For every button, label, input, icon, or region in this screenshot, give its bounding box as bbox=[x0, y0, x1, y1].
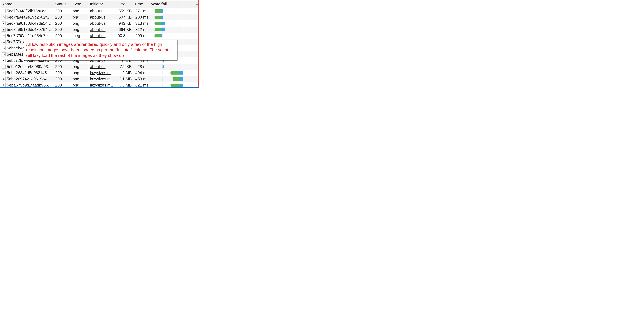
waterfall-bar[interactable] bbox=[154, 22, 165, 25]
waterfall-queue-segment bbox=[154, 16, 155, 18]
file-name-text: 5ec7fa948f5db75b6da76c4… bbox=[7, 9, 52, 13]
waterfall-timeline-marker bbox=[162, 33, 163, 38]
cell-name[interactable]: ♣5ec7fa96130dc49de54380… bbox=[0, 20, 54, 26]
cell-name[interactable]: ▭5ec7f790ad11d954e7e87af… bbox=[0, 33, 54, 39]
table-row[interactable]: ▭5ec7f790ad11d954e7e87af…200jpegabout-us… bbox=[0, 33, 199, 39]
file-name-text: 5ebaf8e16 bbox=[7, 52, 26, 57]
table-row[interactable]: ♣5eba575b9d2faadb95624fb…200pnglazysizes… bbox=[0, 82, 199, 88]
cell-name[interactable]: ◎5eba2697421e9619c4cdd6… bbox=[0, 76, 54, 82]
initiator-link[interactable]: lazysizes.min… bbox=[90, 83, 116, 87]
cell-pad bbox=[183, 14, 199, 20]
col-header-time[interactable]: Time bbox=[133, 0, 150, 8]
cell-pad bbox=[183, 76, 199, 82]
cell-initiator[interactable]: about-us bbox=[88, 8, 116, 14]
waterfall-bar[interactable] bbox=[170, 83, 183, 87]
cell-time: 621 ms bbox=[133, 82, 150, 88]
waterfall-waiting-segment bbox=[155, 28, 161, 31]
cell-pad bbox=[183, 57, 199, 64]
table-row[interactable]: ✳5eba26341d5d0621457eb1…200pnglazysizes.… bbox=[0, 70, 199, 76]
waterfall-download-segment bbox=[164, 65, 164, 68]
initiator-link[interactable]: about-us bbox=[90, 27, 106, 32]
cell-name[interactable]: ♣5eba575b9d2faadb95624fb… bbox=[0, 82, 54, 88]
cell-type: png bbox=[71, 76, 88, 82]
cell-waterfall bbox=[150, 33, 183, 39]
cell-name[interactable]: ◎5ec7fa94a9e19b2602fb6c5… bbox=[0, 14, 54, 20]
initiator-link[interactable]: lazysizes.min… bbox=[90, 70, 116, 75]
cell-name[interactable]: ◉5ec7fa95130dc439764380… bbox=[0, 26, 54, 33]
file-thumb-icon: ♣ bbox=[2, 21, 6, 25]
waterfall-waiting-segment bbox=[155, 34, 161, 37]
table-row[interactable]: ♣5ec7fa96130dc49de54380…200pngabout-us94… bbox=[0, 20, 199, 26]
cell-initiator[interactable]: about-us bbox=[88, 26, 116, 33]
cell-time: 312 ms bbox=[133, 26, 150, 33]
waterfall-bar[interactable] bbox=[162, 65, 164, 68]
waterfall-queue-segment bbox=[154, 22, 155, 24]
cell-initiator[interactable]: about-us bbox=[88, 14, 116, 20]
cell-size: 664 KB bbox=[116, 26, 133, 33]
cell-waterfall bbox=[150, 64, 183, 70]
waterfall-bar[interactable] bbox=[172, 77, 183, 81]
file-thumb-icon: ◉ bbox=[2, 28, 6, 31]
waterfall-bar[interactable] bbox=[154, 28, 165, 31]
waterfall-timeline-marker bbox=[162, 70, 163, 75]
file-name-text: 5eba575b9d2faadb95624fb… bbox=[7, 83, 52, 87]
cell-initiator[interactable]: about-us bbox=[88, 33, 116, 39]
waterfall-bar[interactable] bbox=[154, 15, 163, 19]
col-header-type[interactable]: Type bbox=[71, 0, 88, 8]
file-name-text: 5ec7fa96130dc49de54380… bbox=[7, 21, 52, 26]
cell-time: 494 ms bbox=[133, 70, 150, 76]
waterfall-bar[interactable] bbox=[154, 34, 162, 37]
cell-type: png bbox=[71, 14, 88, 20]
file-thumb-icon: ▭ bbox=[2, 34, 6, 38]
waterfall-bar[interactable] bbox=[170, 71, 183, 74]
cell-name[interactable]: ✳5ec7fa948f5db75b6da76c4… bbox=[0, 8, 54, 14]
cell-time: 283 ms bbox=[133, 14, 150, 20]
cell-status: 200 bbox=[54, 8, 71, 14]
col-header-size[interactable]: Size bbox=[116, 0, 133, 8]
initiator-link[interactable]: about-us bbox=[90, 21, 106, 26]
selection-edge-right bbox=[198, 0, 199, 87]
cell-size: 90.8 KB bbox=[116, 33, 133, 39]
cell-type: png bbox=[71, 64, 88, 70]
initiator-link[interactable]: about-us bbox=[90, 9, 106, 13]
cell-pad bbox=[183, 70, 199, 76]
initiator-link[interactable]: about-us bbox=[90, 33, 106, 38]
cell-type: png bbox=[71, 8, 88, 14]
table-row[interactable]: ◎5eba2697421e9619c4cdd6…200pnglazysizes.… bbox=[0, 76, 199, 82]
cell-initiator[interactable]: lazysizes.min… bbox=[88, 82, 116, 88]
cell-name[interactable]: –5ebb12dd4a48f980a93282… bbox=[0, 64, 54, 70]
file-thumb-icon: ▭ bbox=[2, 40, 6, 44]
cell-type: png bbox=[71, 26, 88, 33]
cell-initiator[interactable]: about-us bbox=[88, 64, 116, 70]
col-header-status[interactable]: Status bbox=[54, 0, 71, 8]
cell-initiator[interactable]: lazysizes.min… bbox=[88, 70, 116, 76]
file-thumb-icon: ✳ bbox=[2, 9, 6, 13]
cell-waterfall bbox=[150, 14, 183, 20]
cell-name[interactable]: ✳5eba26341d5d0621457eb1… bbox=[0, 70, 54, 76]
cell-pad bbox=[183, 51, 199, 57]
initiator-link[interactable]: about-us bbox=[90, 64, 106, 69]
waterfall-download-segment bbox=[161, 34, 162, 37]
cell-pad bbox=[183, 64, 199, 70]
table-row[interactable]: ✳5ec7fa948f5db75b6da76c4…200pngabout-us5… bbox=[0, 8, 199, 14]
initiator-link[interactable]: lazysizes.min… bbox=[90, 77, 116, 81]
cell-initiator[interactable]: about-us bbox=[88, 20, 116, 26]
file-thumb-icon: – bbox=[2, 65, 6, 69]
col-header-initiator[interactable]: Initiator bbox=[88, 0, 116, 8]
annotation-box: All low resolution images are rendered q… bbox=[24, 40, 178, 60]
waterfall-bar[interactable] bbox=[154, 9, 163, 13]
col-header-waterfall[interactable]: Waterfall bbox=[150, 0, 183, 8]
table-row[interactable]: ◎5ec7fa94a9e19b2602fb6c5…200pngabout-us5… bbox=[0, 14, 199, 20]
cell-initiator[interactable]: lazysizes.min… bbox=[88, 76, 116, 82]
cell-status: 200 bbox=[54, 33, 71, 39]
cell-type: jpeg bbox=[71, 33, 88, 39]
cell-time: 271 ms bbox=[133, 8, 150, 14]
table-row[interactable]: ◉5ec7fa95130dc439764380…200pngabout-us66… bbox=[0, 26, 199, 33]
initiator-link[interactable]: about-us bbox=[90, 15, 106, 19]
waterfall-queue-segment bbox=[162, 66, 163, 68]
waterfall-waiting-segment bbox=[171, 71, 180, 74]
col-header-name[interactable]: Name bbox=[0, 0, 54, 8]
table-row[interactable]: –5ebb12dd4a48f980a93282…200pngabout-us7.… bbox=[0, 64, 199, 70]
sort-arrow-up-icon bbox=[196, 3, 198, 5]
waterfall-queue-segment bbox=[170, 72, 171, 74]
